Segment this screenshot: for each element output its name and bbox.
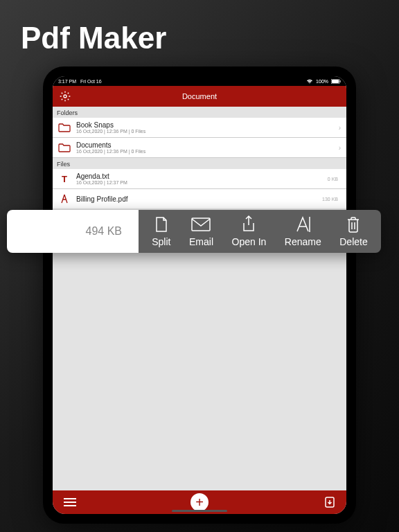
home-indicator xyxy=(172,510,227,512)
screen: 3:17 PM Fri Oct 16 100% Document Folders xyxy=(53,76,346,514)
battery-icon xyxy=(331,79,341,84)
sheet-size: 494 KB xyxy=(86,225,122,238)
pdf-file-icon xyxy=(58,193,71,205)
section-header-files: Files xyxy=(53,158,346,169)
device-frame: 3:17 PM Fri Oct 16 100% Document Folders xyxy=(43,66,356,524)
file-size: 0 KB xyxy=(328,177,338,181)
nav-bar: Document xyxy=(53,86,346,107)
folder-meta: 16 Oct,2020 | 12:36 PM | 0 Files xyxy=(76,129,333,134)
split-icon xyxy=(152,215,170,233)
action-label: Rename xyxy=(285,236,321,247)
sheet-actions: Split Email Open In Rename Delete xyxy=(139,210,381,253)
folder-icon xyxy=(58,141,71,154)
trash-icon xyxy=(346,215,361,233)
files-list: T Agenda.txt 16 Oct,2020 | 12:37 PM 0 KB… xyxy=(53,169,346,209)
rename-button[interactable]: Rename xyxy=(285,215,321,247)
status-right: 100% xyxy=(306,79,341,84)
marketing-title: Pdf Maker xyxy=(21,21,166,55)
gear-icon[interactable] xyxy=(60,91,71,102)
plus-icon: + xyxy=(195,495,204,509)
action-label: Split xyxy=(152,236,170,247)
wifi-icon xyxy=(306,79,313,84)
status-time: 3:17 PM xyxy=(58,79,76,84)
openin-button[interactable]: Open In xyxy=(232,215,267,247)
svg-rect-8 xyxy=(192,218,210,231)
file-row[interactable]: T Agenda.txt 16 Oct,2020 | 12:37 PM 0 KB xyxy=(53,169,346,189)
folder-row[interactable]: Book Snaps 16 Oct,2020 | 12:36 PM | 0 Fi… xyxy=(53,118,346,138)
status-date: Fri Oct 16 xyxy=(80,79,102,84)
email-icon xyxy=(190,215,211,233)
chevron-right-icon: › xyxy=(339,124,341,132)
folder-name: Book Snaps xyxy=(76,121,333,129)
page-title: Document xyxy=(182,92,217,100)
svg-rect-1 xyxy=(332,80,339,83)
share-icon xyxy=(240,215,257,233)
folders-list: Book Snaps 16 Oct,2020 | 12:36 PM | 0 Fi… xyxy=(53,118,346,158)
file-size: 130 KB xyxy=(322,197,338,202)
file-row[interactable]: Billing Profile.pdf 130 KB xyxy=(53,189,346,209)
import-icon[interactable] xyxy=(324,497,335,508)
file-meta: 16 Oct,2020 | 12:37 PM xyxy=(76,180,322,185)
folder-row[interactable]: Documents 16 Oct,2020 | 12:36 PM | 0 Fil… xyxy=(53,138,346,158)
status-bar: 3:17 PM Fri Oct 16 100% xyxy=(53,76,346,86)
txt-file-icon: T xyxy=(58,172,71,185)
section-header-folders: Folders xyxy=(53,107,346,118)
menu-icon[interactable] xyxy=(64,497,76,507)
action-label: Open In xyxy=(232,236,267,247)
chevron-right-icon: › xyxy=(339,144,341,152)
email-button[interactable]: Email xyxy=(189,215,213,247)
delete-button[interactable]: Delete xyxy=(339,215,367,247)
folder-meta: 16 Oct,2020 | 12:36 PM | 0 Files xyxy=(76,149,333,154)
sheet-info: 494 KB xyxy=(7,210,139,253)
add-button[interactable]: + xyxy=(190,493,209,511)
file-name: Agenda.txt xyxy=(76,172,322,180)
action-label: Email xyxy=(189,236,213,247)
svg-point-3 xyxy=(64,95,66,98)
folder-icon xyxy=(58,121,71,134)
action-label: Delete xyxy=(339,236,367,247)
status-left: 3:17 PM Fri Oct 16 xyxy=(58,79,102,84)
file-name: Billing Profile.pdf xyxy=(76,195,317,203)
folder-name: Documents xyxy=(76,141,333,149)
split-button[interactable]: Split xyxy=(152,215,170,247)
action-sheet: 494 KB Split Email Open In Rename xyxy=(7,210,381,253)
svg-rect-2 xyxy=(340,80,341,82)
battery-pct: 100% xyxy=(316,79,328,84)
rename-icon xyxy=(294,215,311,233)
